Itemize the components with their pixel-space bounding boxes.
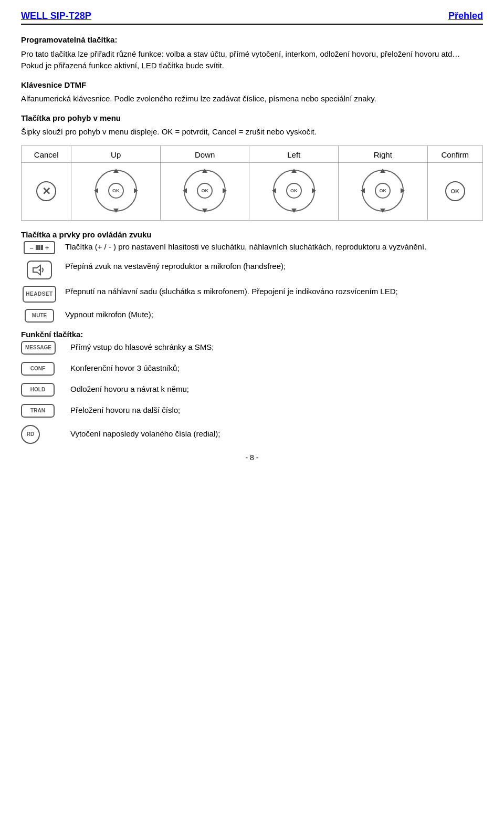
sound-section: Tlačítka a prvky pro ovládán zvuku – + T… bbox=[21, 230, 483, 323]
arrow-right-icon bbox=[401, 188, 405, 193]
tran-button-icon: TRAN bbox=[21, 404, 55, 418]
header-section: Přehled bbox=[448, 11, 483, 22]
mute-text: Vypnout mikrofon (Mute); bbox=[65, 309, 483, 321]
confirm-ok-icon: OK bbox=[445, 181, 465, 201]
volume-segments bbox=[36, 245, 43, 250]
left-button-cell: OK bbox=[249, 162, 339, 220]
arrow-up-icon bbox=[291, 169, 297, 173]
programmable-buttons-title: Programovatelná tlačítka: bbox=[21, 34, 483, 46]
headset-text: Přepnutí na náhlavní sadu (sluchátka s m… bbox=[65, 286, 483, 298]
arrow-down-icon bbox=[202, 209, 207, 213]
arrow-up-icon bbox=[380, 169, 385, 173]
mute-icon: MUTE bbox=[25, 309, 54, 323]
programmable-buttons-body: Pro tato tlačítka lze přiřadit různé fun… bbox=[21, 48, 483, 72]
func-tran-text: Přeložení hovoru na další číslo; bbox=[70, 404, 483, 417]
header-title: WELL SIP-T28P bbox=[21, 11, 91, 22]
rd-button-icon: RD bbox=[21, 425, 40, 444]
func-rd-text: Vytočení naposledy volaného čísla (redia… bbox=[70, 428, 483, 440]
arrow-up-icon bbox=[202, 169, 207, 173]
programmable-buttons-section: Programovatelná tlačítka: Pro tato tlačí… bbox=[21, 34, 483, 72]
dpad-ok-label: OK bbox=[197, 183, 213, 199]
page-header: WELL SIP-T28P Přehled bbox=[21, 11, 483, 25]
speaker-row: Přepíná zvuk na vestavěný reproduktor a … bbox=[21, 261, 483, 279]
func-message-text: Přímý vstup do hlasové schránky a SMS; bbox=[70, 341, 483, 354]
func-message-icon-area: MESSAGE bbox=[21, 341, 63, 355]
arrow-right-icon bbox=[312, 188, 316, 193]
volume-row: – + Tlačítka (+ / - ) pro nastavení hlas… bbox=[21, 241, 483, 254]
func-rd-icon-area: RD bbox=[21, 425, 63, 444]
headset-icon-area: HEADSET bbox=[21, 286, 58, 303]
svg-point-1 bbox=[39, 269, 40, 271]
right-dpad: OK bbox=[359, 167, 406, 214]
arrow-down-icon bbox=[113, 209, 119, 213]
func-section-title: Funkční tlačítka: bbox=[21, 330, 483, 339]
headset-icon: HEADSET bbox=[23, 286, 56, 303]
hold-button-icon: HOLD bbox=[21, 383, 55, 397]
dpad-ok-label: OK bbox=[286, 183, 302, 199]
func-tran-icon-area: TRAN bbox=[21, 404, 63, 418]
cancel-button-cell: ✕ bbox=[22, 162, 71, 220]
col-down: Down bbox=[160, 146, 249, 162]
minus-icon: – bbox=[30, 244, 34, 252]
arrow-left-icon bbox=[94, 188, 98, 193]
col-cancel: Cancel bbox=[22, 146, 71, 162]
func-conf-text: Konferenční hovor 3 účastníků; bbox=[70, 362, 483, 375]
speaker-icon-area bbox=[21, 261, 58, 279]
func-section: Funkční tlačítka: MESSAGE Přímý vstup do… bbox=[21, 330, 483, 444]
arrow-up-icon bbox=[113, 169, 119, 173]
arrow-right-icon bbox=[134, 188, 138, 193]
func-hold-icon-area: HOLD bbox=[21, 383, 63, 397]
func-rd-row: RD Vytočení naposledy volaného čísla (re… bbox=[21, 425, 483, 444]
func-hold-text: Odložení hovoru a návrat k němu; bbox=[70, 383, 483, 396]
dtmf-section: Klávesnice DTMF Alfanumerická klávesnice… bbox=[21, 79, 483, 105]
dpad-ok-label: OK bbox=[375, 183, 391, 199]
col-up: Up bbox=[71, 146, 161, 162]
col-right: Right bbox=[339, 146, 428, 162]
left-dpad: OK bbox=[270, 167, 318, 214]
nav-buttons-body1: Šipky slouží pro pohyb v menu displeje. … bbox=[21, 126, 483, 138]
sound-section-title: Tlačítka a prvky pro ovládán zvuku bbox=[21, 230, 483, 239]
conf-button-icon: CONF bbox=[21, 362, 55, 376]
up-dpad: OK bbox=[92, 167, 140, 214]
arrow-left-icon bbox=[183, 188, 187, 193]
func-conf-row: CONF Konferenční hovor 3 účastníků; bbox=[21, 362, 483, 376]
speaker-svg bbox=[32, 264, 47, 276]
dpad-ok-label: OK bbox=[108, 183, 124, 199]
headset-row: HEADSET Přepnutí na náhlavní sadu (sluch… bbox=[21, 286, 483, 303]
func-hold-row: HOLD Odložení hovoru a návrat k němu; bbox=[21, 383, 483, 397]
nav-buttons-section: Tlačítka pro pohyb v menu Šipky slouží p… bbox=[21, 112, 483, 138]
func-message-row: MESSAGE Přímý vstup do hlasové schránky … bbox=[21, 341, 483, 355]
dtmf-title: Klávesnice DTMF bbox=[21, 79, 483, 91]
mute-row: MUTE Vypnout mikrofon (Mute); bbox=[21, 309, 483, 323]
right-button-cell: OK bbox=[339, 162, 428, 220]
col-left: Left bbox=[249, 146, 339, 162]
cancel-icon: ✕ bbox=[36, 181, 56, 201]
col-confirm: Confirm bbox=[427, 146, 482, 162]
message-button-icon: MESSAGE bbox=[21, 341, 56, 355]
arrow-left-icon bbox=[272, 188, 276, 193]
nav-buttons-title: Tlačítka pro pohyb v menu bbox=[21, 112, 483, 124]
volume-bar-icon: – + bbox=[24, 241, 55, 254]
down-dpad: OK bbox=[181, 167, 228, 214]
speaker-icon bbox=[27, 261, 52, 279]
func-conf-icon-area: CONF bbox=[21, 362, 63, 376]
arrow-down-icon bbox=[380, 209, 385, 213]
confirm-button-cell: OK bbox=[427, 162, 482, 220]
down-button-cell: OK bbox=[160, 162, 249, 220]
func-tran-row: TRAN Přeložení hovoru na další číslo; bbox=[21, 404, 483, 418]
mute-icon-area: MUTE bbox=[21, 309, 58, 323]
speaker-text: Přepíná zvuk na vestavěný reproduktor a … bbox=[65, 261, 483, 273]
volume-icon-area: – + bbox=[21, 241, 58, 254]
up-button-cell: OK bbox=[71, 162, 161, 220]
nav-buttons-table: Cancel Up Down Left Right Confirm ✕ O bbox=[21, 146, 483, 221]
arrow-left-icon bbox=[361, 188, 365, 193]
volume-text: Tlačítka (+ / - ) pro nastavení hlasitos… bbox=[65, 241, 483, 253]
dtmf-body: Alfanumerická klávesnice. Podle zvolenéh… bbox=[21, 93, 483, 105]
plus-icon: + bbox=[45, 244, 49, 252]
arrow-down-icon bbox=[291, 209, 297, 213]
page-number: - 8 - bbox=[21, 453, 483, 462]
arrow-right-icon bbox=[223, 188, 227, 193]
